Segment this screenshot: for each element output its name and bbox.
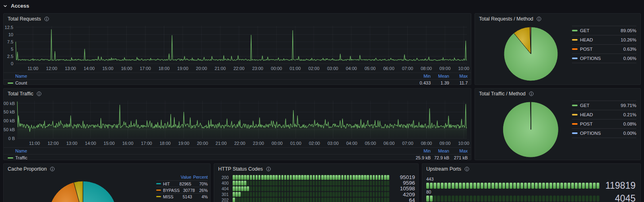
total-traffic-chart[interactable]: 11:0012:0013:0014:0015:0016:0017:0018:00… (4, 99, 471, 146)
lcd-cell (452, 196, 454, 202)
cache-legend-item-miss[interactable]: MISS51434% (156, 193, 208, 200)
lcd-cell (528, 183, 530, 189)
x-tick-label: 05:00 (365, 66, 376, 71)
lcd-cell (235, 181, 238, 186)
lcd-cell (361, 175, 363, 180)
legend-color-marker (572, 105, 578, 106)
lcd-cell (378, 192, 381, 197)
legend-min-header[interactable]: Min (412, 74, 431, 78)
lcd-cell (301, 186, 303, 191)
panel-title[interactable]: Total Requests (8, 16, 41, 22)
lcd-cell (364, 192, 366, 197)
lcd-cell (470, 183, 473, 189)
lcd-cell (261, 192, 264, 197)
legend-name-header[interactable]: Name (8, 74, 412, 78)
lcd-cell (378, 181, 381, 186)
panel-title[interactable]: HTTP Status Codes (218, 166, 263, 172)
legend-item-options[interactable]: OPTIONS0.06% (572, 54, 636, 63)
lcd-cell (437, 196, 440, 202)
stat-mean: 1.39 (431, 80, 449, 85)
section-header-access[interactable]: Access (3, 3, 29, 9)
lcd-cell (267, 192, 269, 197)
panel-title[interactable]: Total Requests / Method (479, 16, 533, 22)
info-icon[interactable] (529, 91, 534, 96)
lcd-cell (546, 183, 549, 189)
total-requests-chart[interactable]: 11:0012:0013:0014:0015:0016:0017:0018:00… (4, 24, 471, 72)
lcd-cell (290, 186, 292, 191)
legend-item-post[interactable]: POST0.63% (572, 44, 636, 54)
lcd-cell (381, 192, 384, 197)
legend-max-header[interactable]: Max (449, 148, 468, 153)
lcd-cell (564, 183, 567, 189)
lcd-cell (295, 175, 298, 180)
legend-mean-header[interactable]: Mean (431, 74, 449, 78)
lcd-cell (295, 186, 298, 191)
info-icon[interactable] (266, 167, 271, 171)
info-icon[interactable] (44, 16, 49, 21)
lcd-cell (264, 175, 266, 180)
cache-legend-item-hit[interactable]: HIT8296570% (156, 180, 208, 187)
legend-mean-header[interactable]: Mean (431, 148, 449, 153)
lcd-cell (335, 175, 338, 180)
lcd-cell (444, 183, 447, 189)
legend-min-header[interactable]: Min (412, 148, 431, 153)
lcd-cell (499, 196, 502, 202)
info-icon[interactable] (464, 167, 469, 171)
lcd-cell (264, 181, 266, 186)
legend-series-row: Traffic 25.9 kB 72.9 kB 271 kB (4, 155, 471, 161)
legend-item-head[interactable]: HEAD0.21% (572, 110, 636, 119)
lcd-cell (557, 183, 559, 189)
lcd-cell (571, 183, 574, 189)
lcd-cell (520, 183, 523, 189)
lcd-cell (502, 196, 505, 202)
lcd-cell (350, 175, 352, 180)
lcd-cell (353, 181, 355, 186)
lcd-cell (233, 198, 235, 202)
x-tick-label: 06:00 (383, 66, 394, 71)
lcd-cell (258, 181, 261, 186)
lcd-cell (324, 181, 326, 186)
legend-name-header[interactable]: Name (8, 148, 412, 153)
lcd-cell (347, 175, 349, 180)
gauge-group-port-443: 443119819 (426, 177, 636, 189)
lcd-cell (586, 196, 588, 202)
lcd-cell (384, 198, 386, 202)
x-tick-label: 01:00 (290, 66, 301, 71)
lcd-cell (244, 181, 246, 186)
info-icon[interactable] (37, 91, 41, 96)
legend-item-head[interactable]: HEAD10.26% (572, 35, 636, 44)
legend-percent-value: 0.21% (623, 112, 636, 117)
panel-title[interactable]: Cache Proportion (8, 166, 47, 172)
info-icon[interactable] (537, 16, 541, 21)
info-icon[interactable] (50, 167, 55, 171)
x-tick-label: 02:00 (308, 66, 320, 71)
lcd-cell (295, 181, 298, 186)
cache-legend-item-bypass[interactable]: BYPASS3077826% (156, 187, 208, 193)
panel-title[interactable]: Total Traffic / Method (479, 91, 526, 97)
cache-percent-header[interactable]: Percent (193, 175, 208, 179)
panel-title[interactable]: Upstream Ports (426, 166, 461, 172)
legend-percent-value: 0.00% (623, 131, 636, 136)
lcd-cell (484, 196, 487, 202)
series-label-count[interactable]: Count (15, 80, 27, 85)
lcd-cell (250, 192, 252, 197)
panel-title[interactable]: Total Traffic (8, 91, 33, 97)
lcd-cell (301, 175, 303, 180)
legend-item-get[interactable]: GET89.05% (572, 26, 636, 35)
lcd-cell (287, 186, 289, 191)
gauge-group-port-80: 804045 (426, 190, 636, 202)
lcd-cell (344, 192, 347, 197)
legend-item-get[interactable]: GET99.71% (572, 101, 636, 110)
cache-value: 82965 (173, 181, 191, 186)
lcd-cell (307, 192, 309, 197)
lcd-cell (272, 198, 275, 202)
legend-item-post[interactable]: POST0.08% (572, 119, 636, 128)
series-label-traffic[interactable]: Traffic (15, 155, 27, 160)
legend-item-options[interactable]: OPTIONS0.00% (572, 128, 636, 138)
legend-max-header[interactable]: Max (449, 74, 468, 78)
cache-value-header[interactable]: Value (173, 175, 191, 179)
lcd-cell (373, 198, 375, 202)
lcd-cell (517, 196, 520, 202)
lcd-cell (244, 186, 246, 191)
lcd-cell (459, 183, 462, 189)
